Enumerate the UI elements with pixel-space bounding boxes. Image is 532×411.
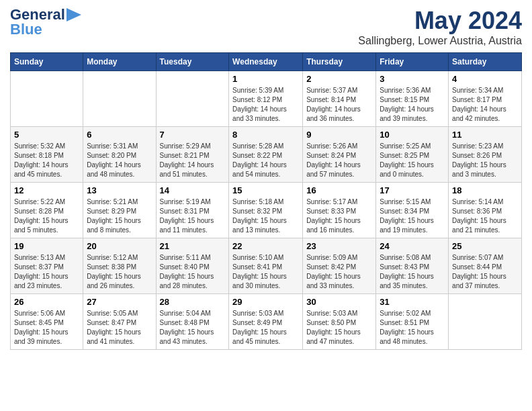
weekday-header-sunday: Sunday bbox=[11, 53, 83, 71]
weekday-header-tuesday: Tuesday bbox=[156, 53, 229, 71]
day-number: 19 bbox=[14, 241, 79, 251]
logo: General Blue bbox=[10, 7, 81, 38]
day-info: Sunrise: 5:15 AM Sunset: 8:34 PM Dayligh… bbox=[380, 197, 445, 235]
day-info: Sunrise: 5:05 AM Sunset: 8:47 PM Dayligh… bbox=[87, 309, 152, 347]
day-number: 8 bbox=[232, 130, 299, 140]
day-number: 23 bbox=[306, 241, 372, 251]
calendar-cell: 28Sunrise: 5:04 AM Sunset: 8:48 PM Dayli… bbox=[156, 294, 229, 350]
calendar-table: SundayMondayTuesdayWednesdayThursdayFrid… bbox=[10, 52, 522, 350]
logo-arrow-icon bbox=[66, 8, 81, 21]
calendar-cell: 4Sunrise: 5:34 AM Sunset: 8:17 PM Daylig… bbox=[449, 71, 522, 127]
day-number: 30 bbox=[306, 297, 372, 307]
day-number: 27 bbox=[87, 297, 152, 307]
day-info: Sunrise: 5:18 AM Sunset: 8:32 PM Dayligh… bbox=[232, 197, 299, 235]
day-number: 28 bbox=[160, 297, 226, 307]
calendar-cell: 1Sunrise: 5:39 AM Sunset: 8:12 PM Daylig… bbox=[229, 71, 303, 127]
weekday-header-saturday: Saturday bbox=[449, 53, 522, 71]
day-info: Sunrise: 5:17 AM Sunset: 8:33 PM Dayligh… bbox=[306, 197, 372, 235]
day-number: 16 bbox=[306, 185, 372, 195]
day-number: 15 bbox=[232, 185, 299, 195]
calendar-cell bbox=[11, 71, 83, 127]
location-subtitle: Sallingberg, Lower Austria, Austria bbox=[358, 35, 522, 47]
day-info: Sunrise: 5:39 AM Sunset: 8:12 PM Dayligh… bbox=[232, 86, 299, 124]
weekday-header-friday: Friday bbox=[376, 53, 449, 71]
day-number: 29 bbox=[232, 297, 299, 307]
day-info: Sunrise: 5:29 AM Sunset: 8:21 PM Dayligh… bbox=[160, 142, 226, 179]
day-info: Sunrise: 5:13 AM Sunset: 8:37 PM Dayligh… bbox=[14, 253, 79, 291]
day-number: 31 bbox=[380, 297, 445, 307]
day-number: 13 bbox=[87, 185, 152, 195]
day-info: Sunrise: 5:06 AM Sunset: 8:45 PM Dayligh… bbox=[14, 309, 79, 347]
week-row-3: 12Sunrise: 5:22 AM Sunset: 8:28 PM Dayli… bbox=[11, 183, 522, 238]
calendar-cell: 10Sunrise: 5:25 AM Sunset: 8:25 PM Dayli… bbox=[376, 127, 449, 183]
calendar-cell: 21Sunrise: 5:11 AM Sunset: 8:40 PM Dayli… bbox=[156, 238, 229, 294]
day-number: 2 bbox=[306, 74, 372, 84]
day-info: Sunrise: 5:19 AM Sunset: 8:31 PM Dayligh… bbox=[160, 197, 226, 235]
day-number: 1 bbox=[232, 74, 299, 84]
calendar-cell: 22Sunrise: 5:10 AM Sunset: 8:41 PM Dayli… bbox=[229, 238, 303, 294]
calendar-cell: 20Sunrise: 5:12 AM Sunset: 8:38 PM Dayli… bbox=[83, 238, 156, 294]
day-info: Sunrise: 5:21 AM Sunset: 8:29 PM Dayligh… bbox=[87, 197, 152, 235]
day-info: Sunrise: 5:34 AM Sunset: 8:17 PM Dayligh… bbox=[452, 86, 518, 124]
day-number: 24 bbox=[380, 241, 445, 251]
day-number: 20 bbox=[87, 241, 152, 251]
day-number: 12 bbox=[14, 185, 79, 195]
calendar-cell: 8Sunrise: 5:28 AM Sunset: 8:22 PM Daylig… bbox=[229, 127, 303, 183]
day-info: Sunrise: 5:11 AM Sunset: 8:40 PM Dayligh… bbox=[160, 253, 226, 291]
calendar-cell: 14Sunrise: 5:19 AM Sunset: 8:31 PM Dayli… bbox=[156, 183, 229, 238]
calendar-cell: 5Sunrise: 5:32 AM Sunset: 8:18 PM Daylig… bbox=[11, 127, 83, 183]
calendar-cell: 18Sunrise: 5:14 AM Sunset: 8:36 PM Dayli… bbox=[449, 183, 522, 238]
day-info: Sunrise: 5:14 AM Sunset: 8:36 PM Dayligh… bbox=[452, 197, 518, 235]
day-info: Sunrise: 5:23 AM Sunset: 8:26 PM Dayligh… bbox=[452, 142, 518, 179]
calendar-cell: 25Sunrise: 5:07 AM Sunset: 8:44 PM Dayli… bbox=[449, 238, 522, 294]
day-info: Sunrise: 5:37 AM Sunset: 8:14 PM Dayligh… bbox=[306, 86, 372, 124]
weekday-header-wednesday: Wednesday bbox=[229, 53, 303, 71]
day-info: Sunrise: 5:08 AM Sunset: 8:43 PM Dayligh… bbox=[380, 253, 445, 291]
month-year-title: May 2024 bbox=[358, 7, 522, 35]
calendar-cell: 19Sunrise: 5:13 AM Sunset: 8:37 PM Dayli… bbox=[11, 238, 83, 294]
day-info: Sunrise: 5:07 AM Sunset: 8:44 PM Dayligh… bbox=[452, 253, 518, 291]
svg-marker-0 bbox=[66, 8, 81, 21]
week-row-1: 1Sunrise: 5:39 AM Sunset: 8:12 PM Daylig… bbox=[11, 71, 522, 127]
calendar-cell: 31Sunrise: 5:02 AM Sunset: 8:51 PM Dayli… bbox=[376, 294, 449, 350]
day-info: Sunrise: 5:25 AM Sunset: 8:25 PM Dayligh… bbox=[380, 142, 445, 179]
calendar-cell: 26Sunrise: 5:06 AM Sunset: 8:45 PM Dayli… bbox=[11, 294, 83, 350]
calendar-cell: 29Sunrise: 5:03 AM Sunset: 8:49 PM Dayli… bbox=[229, 294, 303, 350]
day-number: 7 bbox=[160, 130, 226, 140]
weekday-header-row: SundayMondayTuesdayWednesdayThursdayFrid… bbox=[11, 53, 522, 71]
calendar-cell: 11Sunrise: 5:23 AM Sunset: 8:26 PM Dayli… bbox=[449, 127, 522, 183]
day-info: Sunrise: 5:09 AM Sunset: 8:42 PM Dayligh… bbox=[306, 253, 372, 291]
calendar-cell: 13Sunrise: 5:21 AM Sunset: 8:29 PM Dayli… bbox=[83, 183, 156, 238]
day-number: 3 bbox=[380, 74, 445, 84]
day-info: Sunrise: 5:12 AM Sunset: 8:38 PM Dayligh… bbox=[87, 253, 152, 291]
calendar-cell bbox=[156, 71, 229, 127]
calendar-cell: 17Sunrise: 5:15 AM Sunset: 8:34 PM Dayli… bbox=[376, 183, 449, 238]
day-info: Sunrise: 5:22 AM Sunset: 8:28 PM Dayligh… bbox=[14, 197, 79, 235]
day-number: 22 bbox=[232, 241, 299, 251]
day-number: 26 bbox=[14, 297, 79, 307]
day-number: 17 bbox=[380, 185, 445, 195]
calendar-cell: 6Sunrise: 5:31 AM Sunset: 8:20 PM Daylig… bbox=[83, 127, 156, 183]
calendar-cell: 2Sunrise: 5:37 AM Sunset: 8:14 PM Daylig… bbox=[303, 71, 376, 127]
week-row-5: 26Sunrise: 5:06 AM Sunset: 8:45 PM Dayli… bbox=[11, 294, 522, 350]
calendar-cell: 9Sunrise: 5:26 AM Sunset: 8:24 PM Daylig… bbox=[303, 127, 376, 183]
calendar-cell: 15Sunrise: 5:18 AM Sunset: 8:32 PM Dayli… bbox=[229, 183, 303, 238]
day-number: 9 bbox=[306, 130, 372, 140]
weekday-header-monday: Monday bbox=[83, 53, 156, 71]
calendar-cell bbox=[83, 71, 156, 127]
day-number: 4 bbox=[452, 74, 518, 84]
calendar-cell: 23Sunrise: 5:09 AM Sunset: 8:42 PM Dayli… bbox=[303, 238, 376, 294]
day-info: Sunrise: 5:03 AM Sunset: 8:49 PM Dayligh… bbox=[232, 309, 299, 347]
calendar-cell bbox=[449, 294, 522, 350]
calendar-cell: 24Sunrise: 5:08 AM Sunset: 8:43 PM Dayli… bbox=[376, 238, 449, 294]
day-info: Sunrise: 5:03 AM Sunset: 8:50 PM Dayligh… bbox=[306, 309, 372, 347]
header: General Blue May 2024 Sallingberg, Lower… bbox=[10, 7, 522, 47]
day-number: 21 bbox=[160, 241, 226, 251]
weekday-header-thursday: Thursday bbox=[303, 53, 376, 71]
day-number: 25 bbox=[452, 241, 518, 251]
calendar-cell: 7Sunrise: 5:29 AM Sunset: 8:21 PM Daylig… bbox=[156, 127, 229, 183]
day-info: Sunrise: 5:26 AM Sunset: 8:24 PM Dayligh… bbox=[306, 142, 372, 179]
calendar-cell: 3Sunrise: 5:36 AM Sunset: 8:15 PM Daylig… bbox=[376, 71, 449, 127]
day-info: Sunrise: 5:10 AM Sunset: 8:41 PM Dayligh… bbox=[232, 253, 299, 291]
day-info: Sunrise: 5:36 AM Sunset: 8:15 PM Dayligh… bbox=[380, 86, 445, 124]
